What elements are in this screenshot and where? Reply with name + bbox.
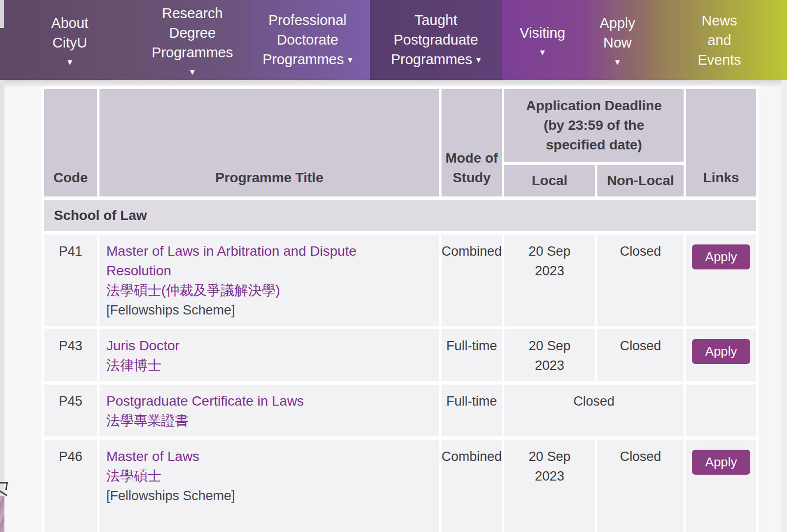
nav-item-label: About CityU	[36, 13, 104, 52]
non-local-deadline-cell: Closed	[597, 235, 684, 326]
local-deadline-cell: 20 Sep 2023	[504, 440, 595, 532]
chevron-down-icon: ▾	[190, 67, 195, 76]
chevron-down-icon: ▾	[476, 54, 481, 65]
apply-button[interactable]: Apply	[692, 339, 750, 364]
apply-button[interactable]: Apply	[692, 244, 750, 269]
programme-code-cell: P46	[44, 440, 97, 532]
programme-title-cell: Master of Laws法學碩士 [Fellowships Scheme]	[99, 440, 439, 532]
col-header-application-deadline: Application Deadline (by 23:59 of the sp…	[504, 89, 684, 162]
chevron-down-icon: ▾	[540, 48, 545, 57]
table-row: P46 Master of Laws法學碩士 [Fellowships Sche…	[44, 440, 756, 532]
programme-title-cell: Master of Laws in Arbitration and Disput…	[99, 235, 439, 326]
programme-title-link[interactable]: Juris Doctor法律博士	[106, 336, 434, 375]
table-row: P45 Postgraduate Certificate in Laws法學專業…	[44, 385, 756, 436]
col-header-local: Local	[504, 165, 595, 196]
links-cell: Apply	[686, 440, 756, 532]
nav-item-news-and-events[interactable]: News and Events	[652, 0, 787, 80]
links-cell: Apply	[686, 329, 756, 381]
mode-of-study-cell: Combined	[442, 235, 502, 326]
mode-of-study-cell: Full-time	[442, 329, 502, 381]
partial-glyph	[0, 482, 8, 495]
col-header-code: Code	[44, 89, 97, 196]
nav-item-label: News and Events	[694, 11, 745, 70]
programme-code-cell: P41	[44, 235, 97, 326]
local-deadline-cell: 20 Sep 2023	[504, 235, 595, 326]
chevron-down-icon: ▾	[348, 54, 353, 65]
col-header-non-local: Non-Local	[597, 165, 684, 196]
table-row: P41 Master of Laws in Arbitration and Di…	[44, 235, 756, 326]
col-header-links: Links	[686, 89, 756, 196]
programme-title-link[interactable]: Master of Laws in Arbitration and Disput…	[106, 242, 434, 300]
programme-title-link[interactable]: Master of Laws法學碩士	[106, 447, 434, 486]
fellowships-note: [Fellowships Scheme]	[106, 300, 434, 320]
chevron-down-icon: ▾	[615, 57, 620, 67]
programme-title-en: Postgraduate Certificate in Laws	[106, 391, 400, 411]
page-content: Code Programme Title Mode of Study Appli…	[0, 80, 787, 532]
nav-item-label: Taught Postgraduate Programmes	[391, 12, 478, 67]
programme-title-zh: 法學碩士	[106, 466, 434, 486]
programme-title-en: Master of Laws in Arbitration and Disput…	[106, 242, 400, 281]
programme-title-zh: 法學碩士(仲裁及爭議解決學)	[106, 281, 434, 300]
programme-code-cell: P43	[44, 329, 97, 381]
non-local-deadline-cell: Closed	[597, 329, 684, 381]
col-header-mode-of-study: Mode of Study	[442, 89, 502, 196]
programme-title-cell: Postgraduate Certificate in Laws法學專業證書	[99, 385, 439, 436]
programme-title-link[interactable]: Postgraduate Certificate in Laws法學專業證書	[106, 391, 434, 431]
programme-code-cell: P45	[44, 385, 97, 436]
apply-button[interactable]: Apply	[692, 450, 750, 475]
nav-item-apply-now[interactable]: Apply Now ▾	[583, 0, 652, 80]
table-row: P43 Juris Doctor法律博士 Full-time 20 Sep 20…	[44, 329, 756, 381]
nav-item-label: Apply Now	[593, 13, 642, 52]
nav-item-label: Research Degree Programmes	[142, 3, 243, 62]
bottom-left-image-fragment	[0, 496, 4, 532]
page-left-edge	[0, 80, 4, 532]
programme-title-en: Juris Doctor	[106, 336, 400, 356]
programme-title-zh: 法律博士	[106, 356, 434, 375]
nav-item-professional-doctorate-programmes[interactable]: Professional Doctorate Programmes▾	[245, 0, 370, 80]
mode-of-study-cell: Full-time	[442, 385, 502, 436]
nav-item-taught-postgraduate-programmes[interactable]: Taught Postgraduate Programmes▾	[370, 0, 502, 80]
programme-title-zh: 法學專業證書	[106, 411, 434, 431]
window-edge-notch	[0, 0, 4, 28]
nav-item-visiting[interactable]: Visiting ▾	[502, 0, 583, 80]
links-cell	[686, 385, 756, 436]
chevron-down-icon: ▾	[68, 57, 73, 67]
programmes-table: Code Programme Title Mode of Study Appli…	[42, 86, 759, 532]
local-deadline-cell: 20 Sep 2023	[504, 329, 595, 381]
nav-item-research-degree-programmes[interactable]: Research Degree Programmes ▾	[140, 0, 245, 80]
programme-title-cell: Juris Doctor法律博士	[99, 329, 439, 381]
nav-item-label: Professional Doctorate Programmes	[263, 12, 347, 67]
col-header-programme-title: Programme Title	[99, 89, 439, 196]
nav-item-label: Visiting	[520, 23, 566, 43]
non-local-deadline-cell: Closed	[597, 440, 684, 532]
nav-item-about-cityu[interactable]: About CityU ▾	[0, 0, 140, 80]
mode-of-study-cell: Combined	[442, 440, 502, 532]
fellowships-note: [Fellowships Scheme]	[106, 486, 434, 506]
top-nav: About CityU ▾ Research Degree Programmes…	[0, 0, 787, 80]
deadline-merged-cell: Closed	[504, 385, 684, 436]
table-header-row: Code Programme Title Mode of Study Appli…	[44, 89, 756, 162]
section-title: School of Law	[44, 200, 756, 231]
links-cell: Apply	[686, 235, 756, 326]
page-right-edge	[781, 80, 787, 532]
programme-title-en: Master of Laws	[106, 447, 400, 466]
section-row-school-of-law: School of Law	[44, 200, 756, 231]
